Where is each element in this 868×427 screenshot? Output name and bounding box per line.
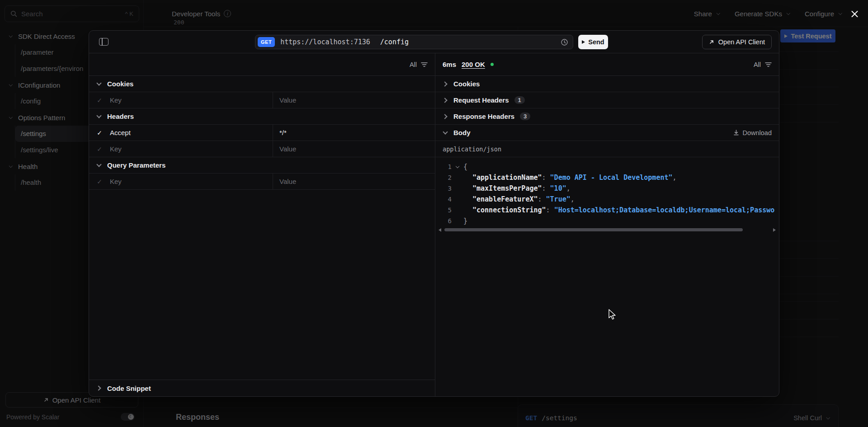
method-badge[interactable]: GET [258, 37, 275, 47]
filter-icon [421, 62, 428, 67]
code-line: 2"applicationName": "Demo API - Local De… [443, 172, 779, 183]
value-input[interactable]: Value [279, 145, 296, 153]
count-badge: 3 [520, 113, 530, 120]
scroll-right-icon[interactable] [773, 228, 776, 232]
header-row-empty: ✓ Key Value [89, 141, 435, 157]
key-input[interactable]: Key [110, 178, 122, 185]
chevron-down-icon [96, 162, 101, 167]
api-client-modal: GET https://localhost:7136 /config Send … [89, 30, 779, 397]
base-url-label: https://localhost:7136 [280, 38, 370, 46]
send-button[interactable]: Send [578, 35, 608, 49]
key-input[interactable]: Key [110, 145, 122, 153]
open-api-client-button[interactable]: Open API Client [702, 35, 772, 49]
response-status: 200 OK [462, 61, 485, 68]
close-modal-button[interactable] [848, 8, 861, 20]
response-section-request-headers[interactable]: Request Headers 1 [435, 92, 779, 108]
external-link-icon [709, 39, 714, 45]
download-button[interactable]: Download [733, 129, 772, 136]
count-badge: 1 [514, 96, 525, 104]
response-body-code: 1{2"applicationName": "Demo API - Local … [435, 157, 779, 226]
code-line: 3"maxItemsPerPage": "10", [443, 183, 779, 194]
filter-icon [765, 62, 772, 67]
sidebar-toggle-icon[interactable] [99, 38, 108, 46]
query-row-empty: ✓ Key Value [89, 174, 435, 190]
request-subheader: All [89, 53, 435, 76]
row-checkbox[interactable]: ✓ [97, 145, 102, 153]
cookie-row: ✓ Key Value [89, 92, 435, 108]
scroll-left-icon[interactable] [439, 228, 441, 232]
header-row-accept: ✓ Accept */* [89, 125, 435, 141]
line-number: 2 [443, 174, 452, 181]
request-panel: All Cookies ✓ Key Value Headers ✓ Accept [89, 53, 435, 396]
line-number: 1 [443, 163, 452, 170]
chevron-down-icon [96, 80, 101, 85]
fold-toggle-icon[interactable] [452, 166, 463, 168]
value-input[interactable]: Value [279, 178, 296, 185]
code-line: 6} [443, 216, 779, 226]
section-headers[interactable]: Headers [89, 108, 435, 125]
request-filter-button[interactable]: All [410, 61, 428, 68]
path-input[interactable]: /config [380, 38, 409, 46]
section-query-parameters[interactable]: Query Parameters [89, 157, 435, 174]
response-section-cookies[interactable]: Cookies [435, 76, 779, 92]
section-code-snippet[interactable]: Code Snippet [89, 380, 435, 396]
chevron-right-icon [442, 114, 447, 119]
scrollbar-thumb[interactable] [444, 228, 743, 231]
response-filter-button[interactable]: All [754, 61, 772, 68]
section-cookies[interactable]: Cookies [89, 76, 435, 92]
line-number: 4 [443, 196, 452, 203]
play-icon [582, 40, 585, 44]
chevron-down-icon [443, 129, 448, 134]
response-panel: 6ms 200 OK All Cookies Request Headers 1 [435, 53, 779, 396]
response-subheader: 6ms 200 OK All [435, 53, 779, 76]
address-bar[interactable]: GET https://localhost:7136 /config [255, 35, 573, 49]
key-input[interactable]: Key [110, 96, 122, 104]
line-number: 3 [443, 185, 452, 192]
status-dot [491, 63, 494, 66]
history-icon[interactable] [561, 38, 568, 46]
chevron-right-icon [442, 98, 447, 103]
content-type-label: application/json [435, 141, 779, 157]
key-input[interactable]: Accept [110, 129, 131, 136]
response-section-body[interactable]: Body Download [435, 125, 779, 141]
mouse-cursor [608, 309, 618, 321]
row-checkbox[interactable]: ✓ [97, 178, 102, 185]
download-icon [733, 130, 739, 136]
code-line: 5"connectionString": "Host=localhost;Dat… [443, 205, 779, 216]
value-input[interactable]: Value [279, 96, 296, 104]
chevron-down-icon [96, 113, 101, 118]
line-number: 6 [443, 217, 452, 225]
row-checkbox[interactable]: ✓ [97, 129, 102, 136]
response-section-response-headers[interactable]: Response Headers 3 [435, 108, 779, 125]
modal-topbar: GET https://localhost:7136 /config Send … [89, 31, 779, 53]
chevron-right-icon [442, 81, 447, 86]
chevron-right-icon [96, 385, 101, 390]
code-line: 1{ [443, 161, 779, 172]
code-line: 4"enableFeatureX": "True", [443, 194, 779, 205]
line-number: 5 [443, 206, 452, 214]
response-duration: 6ms [443, 61, 456, 68]
horizontal-scrollbar[interactable] [435, 226, 779, 233]
value-input[interactable]: */* [279, 129, 287, 136]
row-checkbox[interactable]: ✓ [97, 97, 102, 104]
